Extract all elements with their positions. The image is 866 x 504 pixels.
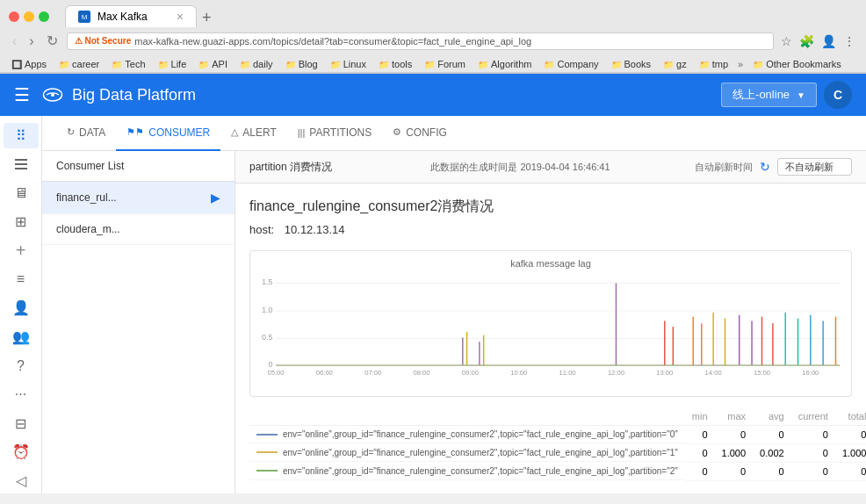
- hamburger-menu-button[interactable]: ☰: [14, 84, 30, 105]
- new-tab-button[interactable]: +: [197, 9, 217, 27]
- bookmark-career[interactable]: 📁 career: [56, 58, 102, 70]
- close-dot[interactable]: [9, 11, 19, 22]
- sidebar-icon-more[interactable]: ···: [4, 382, 39, 407]
- legend-row-2-min: 0: [685, 463, 715, 481]
- legend-row-1-label: env="online",group_id="finance_rulengine…: [249, 444, 685, 462]
- refresh-icon-button[interactable]: ↻: [760, 160, 770, 174]
- svg-text:10:00: 10:00: [510, 369, 527, 377]
- sidebar-icon-group[interactable]: 👥: [4, 324, 39, 349]
- maximize-dot[interactable]: [39, 11, 49, 22]
- legend-row-2: env="online",group_id="finance_rulengine…: [249, 463, 866, 481]
- consumer-detail-title: finance_rulengine_consumer2消费情况: [249, 198, 852, 216]
- svg-rect-2: [15, 163, 27, 165]
- legend-table: min max avg current total: [249, 407, 866, 481]
- consumer-item-cloudera[interactable]: cloudera_m...: [42, 214, 235, 245]
- generated-time-label: 此数据的生成时间是 2019-04-04 16:46:41: [430, 161, 610, 174]
- bookmark-forum[interactable]: 📁 Forum: [422, 58, 468, 70]
- more-monitor-link[interactable]: 查看更多监控信息 →: [249, 492, 347, 493]
- sidebar-icon-monitor[interactable]: 🖥: [4, 181, 39, 206]
- legend-row-1-current: 0: [791, 444, 835, 463]
- bookmark-blog[interactable]: 📁 Blog: [283, 58, 321, 70]
- back-button[interactable]: ‹: [9, 32, 20, 51]
- consumer-item-finance[interactable]: finance_rul... ▶: [42, 182, 235, 214]
- app-header: ☰ Big Data Platform 线上-online ▼ C: [0, 74, 866, 116]
- sidebar-icon-apps[interactable]: ⠿: [4, 123, 39, 148]
- menu-button[interactable]: ⋮: [841, 32, 857, 50]
- lag-chart-svg: 1.5 1.0 0.5 0 05:00: [257, 272, 844, 386]
- bookmark-daily[interactable]: 📁 daily: [237, 58, 276, 70]
- consumer-content-area: Consumer List finance_rul... ▶ cloudera_…: [42, 151, 866, 493]
- sidebar-icon-person[interactable]: 👤: [4, 296, 39, 321]
- logo-icon: [40, 86, 65, 104]
- bookmark-tech[interactable]: 📁 Tech: [109, 58, 148, 70]
- sidebar-icon-add[interactable]: +: [4, 238, 39, 263]
- svg-text:11:00: 11:00: [559, 369, 576, 377]
- tab-partitions[interactable]: ||| PARTITIONS: [287, 116, 382, 151]
- user-avatar[interactable]: C: [824, 81, 852, 109]
- bookmark-tools[interactable]: 📁 tools: [376, 58, 415, 70]
- topic-nav-icon: [13, 156, 29, 172]
- env-dropdown-arrow: ▼: [797, 90, 805, 100]
- sidebar-icon-help[interactable]: ?: [4, 353, 39, 378]
- bookmark-books[interactable]: 📁 Books: [609, 58, 654, 70]
- tab-config[interactable]: ⚙ CONFIG: [382, 116, 458, 151]
- browser-tab-active[interactable]: M Max Kafka ×: [65, 5, 197, 27]
- sidebar-icon-list[interactable]: ≡: [4, 267, 39, 292]
- topic-area: ↻ DATA ⚑⚑ CONSUMER △ ALERT ||| PARTITION…: [42, 116, 866, 493]
- svg-text:07:00: 07:00: [364, 369, 381, 377]
- sidebar-icon-clock[interactable]: ⏰: [4, 439, 39, 464]
- legend-row-1-max: 1.000: [715, 444, 754, 463]
- svg-text:12:00: 12:00: [608, 369, 624, 377]
- legend-color-2: [256, 470, 278, 472]
- legend-row-1-total: 1.000: [835, 444, 866, 463]
- tab-alert[interactable]: △ ALERT: [220, 116, 286, 151]
- legend-row-2-total: 0: [835, 463, 866, 481]
- bookmark-gz[interactable]: 📁 gz: [660, 58, 689, 70]
- legend-row-0-label: env="online",group_id="finance_rulengine…: [249, 426, 685, 443]
- tab-data[interactable]: ↻ DATA: [56, 116, 116, 151]
- sidebar-icon-collapse[interactable]: ◁: [4, 468, 39, 493]
- bookmark-life[interactable]: 📁 Life: [155, 58, 190, 70]
- bookmark-linux[interactable]: 📁 Linux: [328, 58, 369, 70]
- env-dropdown[interactable]: 线上-online ▼: [721, 83, 817, 107]
- browser-dots: [9, 11, 49, 22]
- bookmark-api[interactable]: 📁 API: [196, 58, 230, 70]
- env-label: 线上-online: [732, 87, 790, 103]
- svg-point-0: [51, 93, 54, 97]
- bookmark-star-button[interactable]: ☆: [779, 32, 794, 50]
- auto-refresh-label: 自动刷新时间: [695, 161, 753, 174]
- svg-text:09:00: 09:00: [462, 369, 479, 377]
- consumer-item-arrow-finance: ▶: [211, 191, 220, 205]
- tab-close-button[interactable]: ×: [177, 11, 184, 23]
- url-bar[interactable]: ⚠ Not Secure max-kafka-new.guazi-apps.co…: [67, 32, 774, 50]
- refresh-button[interactable]: ↻: [43, 31, 61, 51]
- legend-text-2: env="online",group_id="finance_rulengine…: [283, 466, 678, 476]
- bookmarks-more-button[interactable]: »: [738, 59, 743, 69]
- bookmark-tmp[interactable]: 📁 tmp: [696, 58, 731, 70]
- bookmark-apps[interactable]: 🔲 Apps: [9, 58, 49, 70]
- consumer-detail-content: finance_rulengine_consumer2消费情况 host: 10…: [235, 184, 866, 493]
- svg-rect-3: [15, 168, 27, 169]
- bookmark-algorithm[interactable]: 📁 Algorithm: [475, 58, 534, 70]
- sidebar-icon-config[interactable]: ⊟: [4, 411, 39, 436]
- bookmark-company[interactable]: 📁 Company: [541, 58, 601, 70]
- tab-consumer[interactable]: ⚑⚑ CONSUMER: [116, 116, 220, 151]
- legend-row-0-max: 0: [715, 426, 754, 444]
- legend-header-current: current: [791, 407, 835, 426]
- tab-consumer-label: CONSUMER: [148, 126, 210, 139]
- extensions-button[interactable]: 🧩: [797, 32, 816, 50]
- legend-row-0-current: 0: [791, 426, 835, 444]
- browser-chrome: M Max Kafka × + ‹ › ↻ ⚠ Not Secure max-k…: [0, 0, 866, 74]
- auto-refresh-select[interactable]: 不自动刷新 30秒 1分钟 5分钟: [777, 158, 852, 176]
- chart-title: kafka message lag: [257, 258, 844, 269]
- sidebar-icon-table[interactable]: ⊞: [4, 209, 39, 234]
- sidebar-icon-topic[interactable]: [4, 152, 39, 177]
- bookmark-other[interactable]: 📁 Other Bookmarks: [750, 58, 844, 70]
- partitions-tab-icon: |||: [298, 127, 306, 138]
- svg-text:14:00: 14:00: [705, 369, 722, 377]
- minimize-dot[interactable]: [24, 11, 34, 22]
- profile-button[interactable]: 👤: [819, 32, 838, 50]
- legend-color-1: [256, 451, 278, 453]
- left-sidebar: ⠿ 🖥 ⊞ + ≡ 👤 👥 ? ··· ⊟ ⏰ ◁: [0, 116, 42, 493]
- forward-button[interactable]: ›: [25, 32, 37, 51]
